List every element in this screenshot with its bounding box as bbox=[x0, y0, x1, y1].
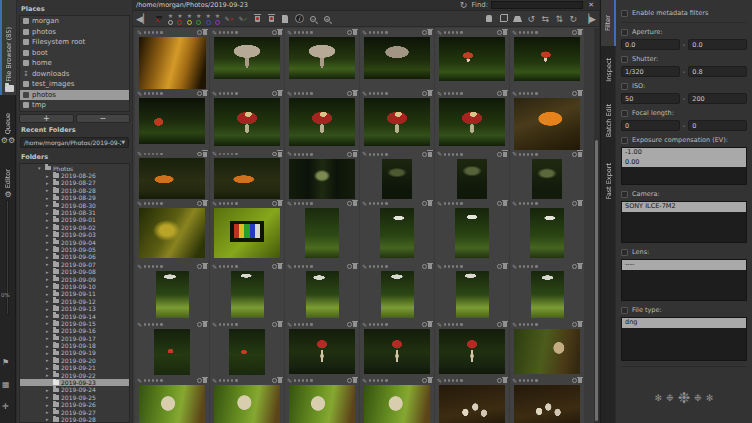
star-dot-icon[interactable] bbox=[444, 265, 447, 268]
folder-item[interactable]: ▸2019-09-06 bbox=[20, 253, 129, 260]
star-dot-icon[interactable] bbox=[223, 265, 226, 268]
find-input[interactable] bbox=[491, 1, 583, 9]
thumbnail-cell[interactable]: ✎ bbox=[285, 320, 359, 376]
color-label-icon[interactable] bbox=[497, 30, 502, 35]
star-dot-icon[interactable] bbox=[523, 31, 526, 34]
checkbox-icon[interactable] bbox=[621, 110, 628, 117]
trash-icon[interactable] bbox=[503, 30, 507, 35]
ev-option[interactable]: 0.00 bbox=[622, 158, 746, 168]
thumbnail-cell[interactable]: ✎ bbox=[135, 150, 209, 199]
star-dot-icon[interactable] bbox=[294, 31, 297, 34]
trash-icon[interactable] bbox=[353, 264, 357, 269]
thumbnail-cell[interactable]: ✎ bbox=[210, 320, 284, 376]
star-dot-icon[interactable] bbox=[385, 31, 388, 34]
show-right-panel-icon[interactable]: ▕▶ bbox=[582, 12, 596, 25]
trash-icon[interactable] bbox=[578, 201, 582, 206]
expander-icon[interactable]: ▸ bbox=[46, 195, 51, 201]
expander-icon[interactable]: ▸ bbox=[46, 313, 51, 319]
trash-icon[interactable] bbox=[578, 30, 582, 35]
color-label-icon[interactable] bbox=[497, 378, 502, 383]
star-dot-icon[interactable] bbox=[531, 202, 534, 205]
star-dot-icon[interactable] bbox=[298, 92, 301, 95]
folder-item[interactable]: ▸2019-08-26 bbox=[20, 172, 129, 179]
thumbnail-image-puffball-cluster[interactable] bbox=[514, 385, 580, 423]
star-dot-icon[interactable] bbox=[527, 31, 530, 34]
thumbnail-image-moss-scene-marker[interactable] bbox=[530, 208, 564, 258]
star-dot-icon[interactable] bbox=[377, 202, 380, 205]
shutter-row[interactable]: Shutter: bbox=[621, 55, 747, 63]
color-label-icon[interactable] bbox=[197, 378, 202, 383]
star-dot-icon[interactable] bbox=[231, 265, 234, 268]
star-dot-icon[interactable] bbox=[227, 265, 230, 268]
star-dot-icon[interactable] bbox=[310, 153, 313, 156]
thumbnail-image-moss-scene[interactable] bbox=[305, 208, 339, 258]
star-dot-icon[interactable] bbox=[160, 379, 163, 382]
star-dot-icon[interactable] bbox=[377, 31, 380, 34]
trash-icon[interactable] bbox=[503, 152, 507, 157]
color-label-icon[interactable] bbox=[197, 152, 202, 157]
star-dot-icon[interactable] bbox=[377, 323, 380, 326]
folder-item[interactable]: ▸2019-09-13 bbox=[20, 305, 129, 312]
star-dot-icon[interactable] bbox=[456, 265, 459, 268]
star-dot-icon[interactable] bbox=[148, 265, 151, 268]
star-dot-icon[interactable] bbox=[531, 92, 534, 95]
tab-editor[interactable]: Editor ⚙ bbox=[0, 150, 16, 202]
places-item[interactable]: photos bbox=[20, 27, 129, 38]
crop-icon[interactable] bbox=[498, 12, 508, 25]
trash-icon[interactable] bbox=[428, 201, 432, 206]
expander-icon[interactable]: ▸ bbox=[46, 328, 51, 334]
expander-icon[interactable]: ▸ bbox=[46, 173, 51, 179]
star-dot-icon[interactable] bbox=[452, 153, 455, 156]
star-dot-icon[interactable] bbox=[144, 153, 147, 156]
star-dot-icon[interactable] bbox=[152, 92, 155, 95]
star-dot-icon[interactable] bbox=[302, 323, 305, 326]
star-dot-icon[interactable] bbox=[527, 265, 530, 268]
star-dot-icon[interactable] bbox=[456, 202, 459, 205]
star-dot-icon[interactable] bbox=[156, 323, 159, 326]
star-dot-icon[interactable] bbox=[535, 202, 538, 205]
thumbnail-image-bright-moss[interactable] bbox=[231, 271, 264, 318]
star-dot-icon[interactable] bbox=[377, 92, 380, 95]
edited-filter-icon[interactable]: ✎✕ bbox=[224, 12, 234, 25]
folder-item[interactable]: ▸2019-09-27 bbox=[20, 408, 129, 415]
star-dot-icon[interactable] bbox=[306, 202, 309, 205]
star-dot-icon[interactable] bbox=[460, 323, 463, 326]
places-item[interactable]: ↧downloads bbox=[20, 69, 129, 80]
places-item[interactable]: morgan bbox=[20, 16, 129, 27]
color-label-icon[interactable] bbox=[497, 152, 502, 157]
thumbnail-image-parasol-mushroom[interactable] bbox=[289, 37, 355, 79]
trash-icon[interactable] bbox=[203, 322, 207, 327]
pan-hand-icon[interactable] bbox=[484, 12, 494, 25]
star-dot-icon[interactable] bbox=[231, 202, 234, 205]
thumbnail-image-fly-agaric-large[interactable] bbox=[289, 98, 355, 146]
folder-item[interactable]: ▸2019-09-07 bbox=[20, 261, 129, 268]
star-dot-icon[interactable] bbox=[298, 379, 301, 382]
folder-item[interactable]: ▸2019-08-30 bbox=[20, 201, 129, 208]
thumbnail-cell[interactable]: ✎ bbox=[210, 199, 284, 262]
color-label-icon[interactable] bbox=[347, 30, 352, 35]
star-dot-icon[interactable] bbox=[219, 202, 222, 205]
star-dot-icon[interactable] bbox=[160, 202, 163, 205]
tab-queue[interactable]: Queue ⚙⚙ bbox=[0, 96, 16, 148]
expander-icon[interactable]: ▸ bbox=[46, 269, 51, 275]
folder-item[interactable]: ▸2019-09-22 bbox=[20, 371, 129, 378]
star-dot-icon[interactable] bbox=[235, 323, 238, 326]
star-dot-icon[interactable] bbox=[448, 379, 451, 382]
thumbnail-image-fly-agaric-small[interactable] bbox=[439, 37, 505, 81]
color-label-icon[interactable] bbox=[347, 91, 352, 96]
star-dot-icon[interactable] bbox=[160, 31, 163, 34]
folder-item[interactable]: ▸2019-08-29 bbox=[20, 194, 129, 201]
folder-item[interactable]: ▸2019-09-10 bbox=[20, 283, 129, 290]
color-label-icon[interactable] bbox=[497, 91, 502, 96]
color-label-icon[interactable] bbox=[197, 264, 202, 269]
star-dot-icon[interactable] bbox=[369, 323, 372, 326]
checkbox-icon[interactable] bbox=[621, 83, 628, 90]
star-dot-icon[interactable] bbox=[444, 379, 447, 382]
expander-icon[interactable]: ▸ bbox=[46, 409, 51, 415]
folder-item[interactable]: ▸2019-09-28 bbox=[20, 416, 129, 423]
trash-icon[interactable] bbox=[578, 322, 582, 327]
star-dot-icon[interactable] bbox=[535, 379, 538, 382]
ev-row[interactable]: Exposure compensation (EV): bbox=[621, 136, 747, 144]
thumbnail-image-forest-trees[interactable] bbox=[382, 159, 412, 199]
star-dot-icon[interactable] bbox=[235, 265, 238, 268]
